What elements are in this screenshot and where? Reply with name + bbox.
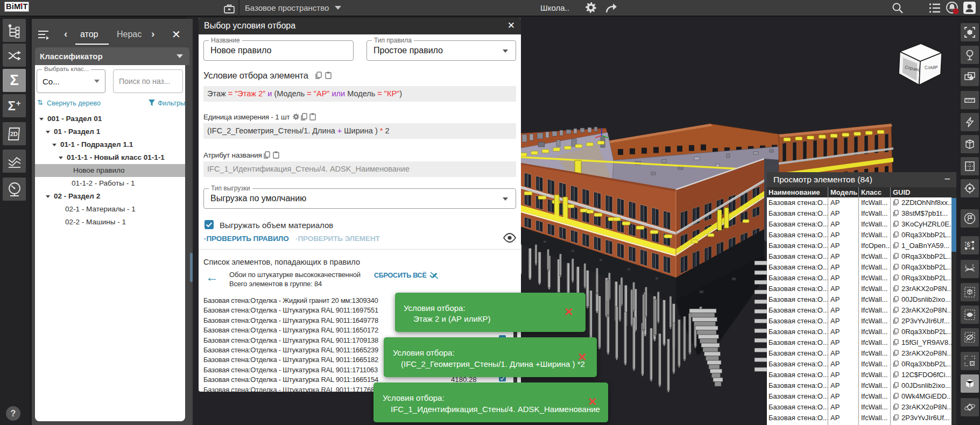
- svg-text:1: 1: [965, 264, 967, 267]
- svg-text:2D: 2D: [10, 131, 18, 137]
- svg-text:S: S: [967, 242, 970, 248]
- svg-text:2: 2: [972, 264, 974, 267]
